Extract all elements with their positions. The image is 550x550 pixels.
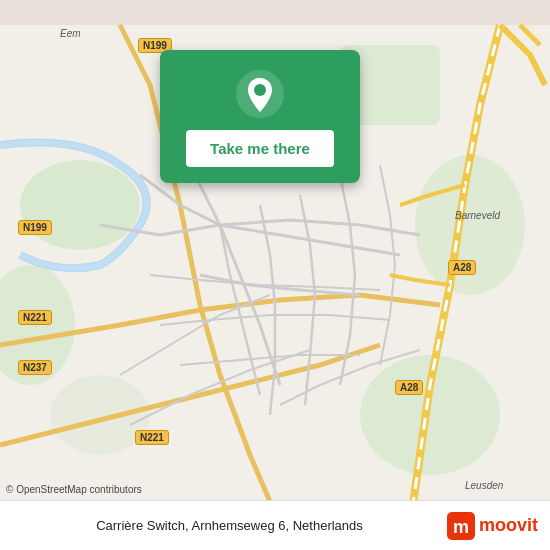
road-label-n199-left: N199 bbox=[18, 220, 52, 235]
moovit-icon: m bbox=[447, 512, 475, 540]
road-label-n221-bottom: N221 bbox=[135, 430, 169, 445]
road-label-n221-left: N221 bbox=[18, 310, 52, 325]
place-label-eem: Eem bbox=[60, 28, 81, 39]
svg-point-1 bbox=[20, 160, 140, 250]
road-label-n237: N237 bbox=[18, 360, 52, 375]
place-label-leusden: Leusden bbox=[465, 480, 503, 491]
map-container: N199 N199 N221 N221 N237 A28 A28 Eem Bar… bbox=[0, 0, 550, 550]
moovit-logo: m moovit bbox=[447, 512, 538, 540]
place-label-barneveld: Barneveld bbox=[455, 210, 500, 221]
location-pin-icon bbox=[236, 70, 284, 118]
svg-text:m: m bbox=[453, 517, 469, 537]
address-text: Carrière Switch, Arnhemseweg 6, Netherla… bbox=[12, 518, 447, 533]
location-card: Take me there bbox=[160, 50, 360, 183]
bottom-bar: Carrière Switch, Arnhemseweg 6, Netherla… bbox=[0, 500, 550, 550]
road-label-a28-bottom: A28 bbox=[395, 380, 423, 395]
moovit-text: moovit bbox=[479, 515, 538, 536]
take-me-there-button[interactable]: Take me there bbox=[186, 130, 334, 167]
osm-credit: © OpenStreetMap contributors bbox=[6, 484, 142, 495]
road-label-a28-right: A28 bbox=[448, 260, 476, 275]
svg-point-8 bbox=[254, 84, 266, 96]
